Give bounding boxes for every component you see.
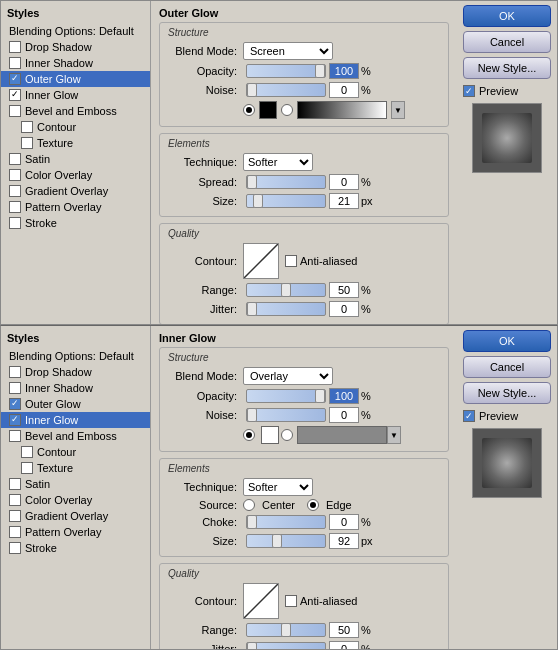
- jitter-slider-2[interactable]: [246, 642, 326, 649]
- pattern-overlay-checkbox-2[interactable]: [9, 526, 21, 538]
- sidebar-texture-1[interactable]: Texture: [1, 135, 150, 151]
- bevel-emboss-checkbox-1[interactable]: [9, 105, 21, 117]
- sidebar-gradient-overlay-1[interactable]: Gradient Overlay: [1, 183, 150, 199]
- blend-mode-select-1[interactable]: Screen Normal Overlay: [243, 42, 333, 60]
- inner-shadow-checkbox-1[interactable]: [9, 57, 21, 69]
- sidebar-inner-glow-1[interactable]: Inner Glow: [1, 87, 150, 103]
- radio-gradient-1[interactable]: [281, 104, 293, 116]
- range-slider-2[interactable]: [246, 623, 326, 637]
- gradient-dropdown-2[interactable]: ▼: [387, 426, 401, 444]
- sidebar-blending-options-2[interactable]: Blending Options: Default: [1, 348, 150, 364]
- size-slider-2[interactable]: [246, 534, 326, 548]
- sidebar-satin-1[interactable]: Satin: [1, 151, 150, 167]
- source-center-radio[interactable]: [243, 499, 255, 511]
- range-value-1[interactable]: [329, 282, 359, 298]
- gradient-dropdown-1[interactable]: ▼: [391, 101, 405, 119]
- color-swatch-black-1[interactable]: [259, 101, 277, 119]
- sidebar-pattern-overlay-2[interactable]: Pattern Overlay: [1, 524, 150, 540]
- sidebar-outer-glow-2[interactable]: Outer Glow: [1, 396, 150, 412]
- range-value-2[interactable]: [329, 622, 359, 638]
- source-center-option[interactable]: Center: [243, 499, 295, 511]
- source-edge-radio[interactable]: [307, 499, 319, 511]
- size-slider-1[interactable]: [246, 194, 326, 208]
- spread-value-1[interactable]: [329, 174, 359, 190]
- drop-shadow-checkbox-1[interactable]: [9, 41, 21, 53]
- satin-checkbox-1[interactable]: [9, 153, 21, 165]
- color-swatch-white-2[interactable]: [261, 426, 279, 444]
- cancel-button-1[interactable]: Cancel: [463, 31, 551, 53]
- opacity-slider-1[interactable]: [246, 64, 326, 78]
- size-value-1[interactable]: [329, 193, 359, 209]
- sidebar-gradient-overlay-2[interactable]: Gradient Overlay: [1, 508, 150, 524]
- range-slider-1[interactable]: [246, 283, 326, 297]
- inner-glow-checkbox-2[interactable]: [9, 414, 21, 426]
- sidebar-pattern-overlay-1[interactable]: Pattern Overlay: [1, 199, 150, 215]
- outer-glow-checkbox-2[interactable]: [9, 398, 21, 410]
- inner-shadow-checkbox-2[interactable]: [9, 382, 21, 394]
- size-value-2[interactable]: [329, 533, 359, 549]
- texture-checkbox-1[interactable]: [21, 137, 33, 149]
- sidebar-inner-glow-2[interactable]: Inner Glow: [1, 412, 150, 428]
- radio-gradient-2[interactable]: [281, 429, 293, 441]
- technique-select-1[interactable]: Softer Precise: [243, 153, 313, 171]
- sidebar-stroke-1[interactable]: Stroke: [1, 215, 150, 231]
- sidebar-contour-2[interactable]: Contour: [1, 444, 150, 460]
- sidebar-stroke-2[interactable]: Stroke: [1, 540, 150, 556]
- sidebar-outer-glow-1[interactable]: Outer Glow: [1, 71, 150, 87]
- gradient-bar-1[interactable]: [297, 101, 387, 119]
- spread-slider-1[interactable]: [246, 175, 326, 189]
- color-overlay-checkbox-2[interactable]: [9, 494, 21, 506]
- drop-shadow-checkbox-2[interactable]: [9, 366, 21, 378]
- noise-value-1[interactable]: [329, 82, 359, 98]
- gradient-overlay-checkbox-2[interactable]: [9, 510, 21, 522]
- texture-checkbox-2[interactable]: [21, 462, 33, 474]
- satin-checkbox-2[interactable]: [9, 478, 21, 490]
- sidebar-drop-shadow-1[interactable]: Drop Shadow: [1, 39, 150, 55]
- stroke-checkbox-1[interactable]: [9, 217, 21, 229]
- gradient-bar-2[interactable]: [297, 426, 387, 444]
- stroke-checkbox-2[interactable]: [9, 542, 21, 554]
- pattern-overlay-checkbox-1[interactable]: [9, 201, 21, 213]
- technique-select-2[interactable]: Softer Precise: [243, 478, 313, 496]
- sidebar-drop-shadow-2[interactable]: Drop Shadow: [1, 364, 150, 380]
- preview-checkbox-2[interactable]: ✓: [463, 410, 475, 422]
- color-overlay-checkbox-1[interactable]: [9, 169, 21, 181]
- opacity-slider-2[interactable]: [246, 389, 326, 403]
- noise-slider-2[interactable]: [246, 408, 326, 422]
- sidebar-bevel-emboss-1[interactable]: Bevel and Emboss: [1, 103, 150, 119]
- jitter-value-1[interactable]: [329, 301, 359, 317]
- ok-button-2[interactable]: OK: [463, 330, 551, 352]
- inner-glow-checkbox-1[interactable]: [9, 89, 21, 101]
- radio-solid-1[interactable]: [243, 104, 255, 116]
- contour-preview-1[interactable]: [243, 243, 279, 279]
- contour-checkbox-1[interactable]: [21, 121, 33, 133]
- source-edge-option[interactable]: Edge: [307, 499, 352, 511]
- sidebar-texture-2[interactable]: Texture: [1, 460, 150, 476]
- sidebar-contour-1[interactable]: Contour: [1, 119, 150, 135]
- sidebar-satin-2[interactable]: Satin: [1, 476, 150, 492]
- cancel-button-2[interactable]: Cancel: [463, 356, 551, 378]
- contour-checkbox-2[interactable]: [21, 446, 33, 458]
- sidebar-color-overlay-2[interactable]: Color Overlay: [1, 492, 150, 508]
- preview-checkbox-1[interactable]: ✓: [463, 85, 475, 97]
- sidebar-bevel-emboss-2[interactable]: Bevel and Emboss: [1, 428, 150, 444]
- blend-mode-select-2[interactable]: Overlay Normal Screen: [243, 367, 333, 385]
- sidebar-blending-options-1[interactable]: Blending Options: Default: [1, 23, 150, 39]
- ok-button-1[interactable]: OK: [463, 5, 551, 27]
- contour-preview-2[interactable]: [243, 583, 279, 619]
- noise-slider-1[interactable]: [246, 83, 326, 97]
- anti-aliased-checkbox-2[interactable]: [285, 595, 297, 607]
- jitter-slider-1[interactable]: [246, 302, 326, 316]
- outer-glow-checkbox-1[interactable]: [9, 73, 21, 85]
- radio-solid-2[interactable]: [243, 429, 255, 441]
- sidebar-color-overlay-1[interactable]: Color Overlay: [1, 167, 150, 183]
- sidebar-inner-shadow-1[interactable]: Inner Shadow: [1, 55, 150, 71]
- opacity-value-2[interactable]: [329, 388, 359, 404]
- sidebar-inner-shadow-2[interactable]: Inner Shadow: [1, 380, 150, 396]
- jitter-value-2[interactable]: [329, 641, 359, 649]
- choke-slider-2[interactable]: [246, 515, 326, 529]
- noise-value-2[interactable]: [329, 407, 359, 423]
- choke-value-2[interactable]: [329, 514, 359, 530]
- gradient-overlay-checkbox-1[interactable]: [9, 185, 21, 197]
- new-style-button-2[interactable]: New Style...: [463, 382, 551, 404]
